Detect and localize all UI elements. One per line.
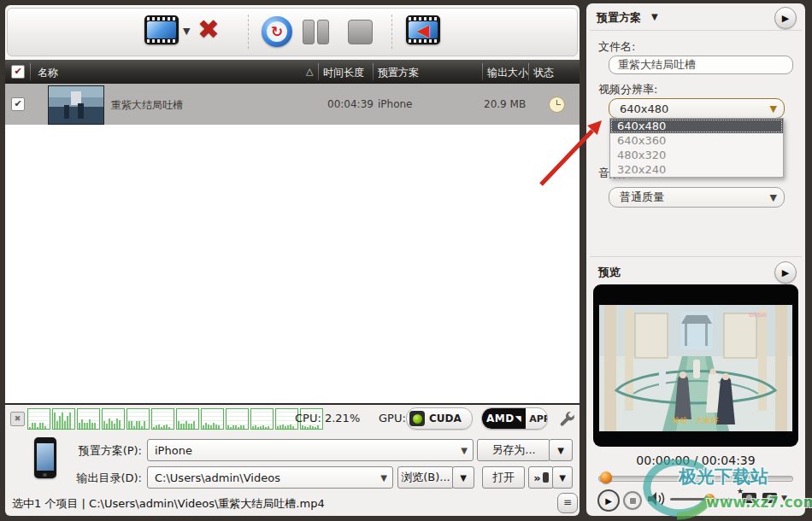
seek-bar[interactable] [598, 476, 793, 482]
cuda-label: CUDA [429, 413, 462, 424]
output-dir-value: C:\Users\admin\Videos [148, 471, 280, 484]
add-video-dropdown-caret[interactable]: ▼ [183, 26, 190, 37]
thumb-figure [78, 103, 84, 119]
resolution-option[interactable]: 320x240 [610, 162, 783, 177]
pause-icon[interactable] [303, 20, 315, 44]
toolbar-separator [391, 15, 393, 49]
preset-value: iPhone [148, 444, 192, 457]
collapse-preview-button[interactable]: ▶ [774, 261, 797, 284]
core-meter [226, 408, 249, 430]
row-duration: 00:04:39 [327, 98, 374, 110]
add-video-button[interactable] [144, 15, 179, 44]
app-label: APP [529, 413, 548, 424]
column-separator[interactable] [528, 63, 529, 80]
quality-combobox[interactable]: 普通质量 ▼ [609, 187, 785, 208]
table-row[interactable]: ✔ 重紫大结局吐槽 00:04:39 iPhone 20.9 MB [5, 84, 580, 125]
file-list-header: ✔ 名称 △ 时间长度 预置方案 输出大小 状态 [5, 60, 580, 85]
quality-value: 普通质量 [609, 190, 664, 205]
save-as-dropdown-button[interactable]: ▼ [549, 439, 573, 461]
cpu-usage-label: CPU: 2.21% [295, 412, 360, 424]
snapshot-dropdown-caret[interactable]: ▼ [781, 494, 787, 502]
preset-label: 预置方案(P): [60, 443, 142, 459]
pause-icon[interactable] [317, 20, 329, 44]
iphone-device-icon [34, 437, 56, 478]
toolbar: ▼ ✖ ↻ ◀ [7, 8, 578, 56]
output-dir-combobox[interactable]: C:\Users\admin\Videos ▼ [147, 466, 393, 489]
resolution-value: 640x480 [609, 102, 668, 115]
resolution-combobox[interactable]: 640x480 ▼ [609, 98, 785, 119]
column-separator[interactable] [373, 63, 374, 80]
video-preview-image[interactable]: bilibili 哈哈，大家好 [599, 305, 792, 431]
play-button[interactable]: ▶ [597, 489, 620, 512]
stop-icon[interactable] [348, 20, 373, 44]
app-window: ▼ ✖ ↻ ◀ ✔ 名称 △ 时间长度 预置方案 输出大小 [0, 0, 812, 521]
speaker-icon[interactable] [646, 490, 667, 507]
select-all-checkbox[interactable]: ✔ [11, 65, 25, 79]
amd-app-toggle-button[interactable]: AMD◥ APP [481, 407, 548, 430]
column-separator[interactable] [482, 63, 483, 80]
divider [590, 30, 802, 31]
details-icon[interactable]: ≡ [557, 493, 578, 513]
column-name[interactable]: 名称 [38, 66, 58, 80]
device-dropdown-button[interactable]: ▼ [552, 466, 573, 489]
file-list-empty-area[interactable] [5, 125, 580, 403]
row-name: 重紫大结局吐槽 [111, 98, 183, 113]
volume-slider[interactable] [670, 498, 735, 501]
row-checkbox[interactable]: ✔ [11, 97, 25, 111]
close-meters-icon[interactable]: ✖ [10, 412, 25, 426]
amd-logo: AMD◥ [482, 408, 526, 429]
volume-knob[interactable] [704, 494, 715, 504]
preview-title: 预览 [598, 265, 621, 280]
bilibili-watermark: bilibili [749, 312, 767, 319]
column-status[interactable]: 状态 [533, 66, 554, 80]
core-meter [27, 408, 50, 430]
column-preset[interactable]: 预置方案 [378, 66, 419, 80]
row-output-size: 20.9 MB [484, 98, 526, 110]
cpu-core-meters [27, 408, 323, 430]
panel-title-caret[interactable]: ▼ [651, 12, 658, 21]
sort-triangle-icon[interactable]: △ [306, 66, 313, 77]
column-duration[interactable]: 时间长度 [323, 66, 364, 80]
thumb-figure [64, 105, 69, 119]
core-meter [102, 408, 125, 430]
collapse-panel-button[interactable]: ▶ [774, 7, 797, 29]
settings-wrench-icon[interactable] [557, 409, 576, 428]
browse-dropdown-button[interactable]: ▼ [452, 466, 474, 489]
chevron-down-icon: ▼ [770, 192, 777, 203]
output-dir-label: 输出目录(D): [60, 471, 142, 486]
delete-icon[interactable]: ✖ [197, 15, 220, 44]
cuda-toggle-button[interactable]: CUDA [406, 407, 473, 430]
stop-glyph [630, 498, 636, 504]
core-meter [77, 408, 100, 430]
open-button[interactable]: 打开 [482, 466, 525, 489]
core-meter [201, 408, 224, 430]
video-subtitle: 哈哈，大家好 [673, 416, 719, 424]
core-meter [151, 408, 174, 430]
snapshot-camera-icon[interactable] [762, 493, 777, 503]
preset-combobox[interactable]: iPhone ▼ [147, 439, 474, 461]
resolution-option[interactable]: 640x480 [610, 119, 783, 133]
seek-knob[interactable] [600, 471, 612, 483]
toolbar-separator [248, 15, 250, 49]
status-clock-icon [549, 97, 565, 113]
column-separator[interactable] [318, 63, 319, 80]
stop-button[interactable] [623, 491, 642, 510]
film-perforation [409, 39, 438, 43]
snapshot-star-icon[interactable]: ★ [742, 493, 756, 503]
performance-bar: ✖ CPU: 2.21% GPU: CUDA AMD◥ APP [5, 403, 580, 432]
save-as-button[interactable]: 另存为... [477, 439, 550, 461]
output-file-button[interactable]: ◀ [406, 15, 440, 44]
column-separator [30, 63, 31, 80]
column-output-size[interactable]: 输出大小 [487, 66, 528, 80]
film-screen [147, 21, 176, 38]
status-text: 选中1 个项目 | C:\Users\admin\Videos\重紫大结局吐槽.… [12, 496, 325, 512]
filename-input[interactable]: 重紫大结局吐槽 [609, 56, 793, 74]
convert-start-button[interactable]: ↻ [262, 16, 292, 47]
send-to-device-button[interactable]: » [528, 466, 554, 489]
browse-button[interactable]: 浏览(B)... [397, 466, 454, 489]
film-perforation [147, 39, 176, 43]
resolution-option[interactable]: 640x360 [610, 133, 783, 148]
chevron-down-icon: ▼ [380, 473, 387, 483]
resolution-label: 视频分辨率: [598, 82, 657, 97]
resolution-option[interactable]: 480x320 [610, 148, 783, 162]
